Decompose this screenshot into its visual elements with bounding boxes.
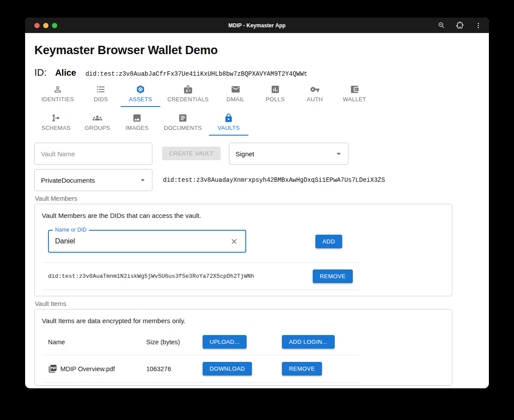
chevron-down-icon (334, 149, 344, 158)
vault-did: did:test:z3v8AuadayXnmrxpsyh42BMBxAwHgDx… (163, 177, 385, 184)
registry-select-value: Signet (236, 150, 255, 158)
tab-groups[interactable]: GROUPS (78, 110, 117, 136)
members-section: Vault Members are the DIDs that can acce… (34, 204, 452, 296)
items-table-header: Name Size (bytes) UPLOAD... ADD LOGIN... (42, 331, 359, 355)
key-icon (310, 85, 320, 94)
tab-credentials[interactable]: CREDENTIALS (160, 81, 216, 107)
size-column-header: Size (bytes) (146, 339, 203, 346)
asset-tabs: SCHEMAS GROUPS IMAGES (34, 110, 480, 136)
member-name-field-label: Name or DID (53, 227, 89, 233)
item-size: 1063276 (146, 365, 203, 372)
tab-documents[interactable]: DOCUMENTS (157, 110, 209, 136)
create-vault-button[interactable]: CREATE VAULT (162, 147, 221, 160)
download-button[interactable]: DOWNLOAD (203, 362, 252, 376)
tab-identities[interactable]: IDENTITIES (34, 81, 81, 107)
groups-icon (92, 113, 102, 123)
list-icon (96, 85, 106, 94)
desktop-background: MDIP - Keymaster App Keymaster Browser W… (0, 0, 514, 420)
current-identity-name: Alice (55, 68, 76, 78)
items-section-label: Vault Items (35, 300, 480, 307)
wallet-icon (350, 85, 359, 94)
clear-input-icon[interactable] (228, 235, 240, 247)
lock-icon (224, 113, 233, 123)
tab-images[interactable]: IMAGES (117, 110, 157, 136)
tab-label: DIDS (94, 96, 108, 103)
tab-label: IDENTITIES (41, 96, 74, 103)
schema-icon (51, 113, 61, 123)
item-row: MDIP Overview.pdf 1063276 DOWNLOAD REMOV… (42, 355, 359, 383)
tab-label: DMAIL (226, 96, 244, 103)
member-name-input[interactable] (55, 237, 228, 245)
badge-icon (183, 85, 193, 94)
remove-member-button[interactable]: REMOVE (313, 269, 353, 283)
person-icon (53, 85, 63, 94)
tab-label: IMAGES (126, 125, 148, 131)
members-description: Vault Members are the DIDs that can acce… (42, 212, 445, 219)
vault-create-row: CREATE VAULT Signet (34, 143, 480, 165)
main-tabs: IDENTITIES DIDS ASSETS (34, 81, 480, 107)
add-member-button[interactable]: ADD (315, 235, 342, 248)
vault-select[interactable]: PrivateDocuments (34, 169, 152, 191)
add-member-row: Name or DID ADD (48, 230, 445, 253)
member-row: did:test:z3v8AuaTmnm1N2iskWg5jWv5U6us3fS… (42, 262, 359, 290)
name-column-header: Name (42, 339, 146, 346)
token-icon (136, 85, 145, 94)
article-icon (178, 113, 188, 123)
extensions-icon[interactable] (456, 21, 464, 29)
minimize-window-button[interactable] (43, 23, 48, 28)
vault-select-row: PrivateDocuments did:test:z3v8AuadayXnmr… (34, 169, 480, 191)
app-window: MDIP - Keymaster App Keymaster Browser W… (25, 18, 489, 388)
tab-schemas[interactable]: SCHEMAS (34, 110, 78, 136)
upload-button[interactable]: UPLOAD... (203, 335, 247, 349)
item-name: MDIP Overview.pdf (60, 365, 115, 372)
tab-label: CREDENTIALS (167, 96, 209, 103)
items-description: Vault Items are data encrypted for membe… (42, 317, 445, 324)
current-identity-did: did:test:z3v8AuabJaCfrFx37Ue41iKxUHLb8bw… (85, 70, 307, 77)
vault-select-value: PrivateDocuments (41, 177, 95, 184)
mail-icon (231, 85, 240, 94)
tab-dmail[interactable]: DMAIL (216, 81, 255, 107)
poll-icon (270, 85, 280, 94)
chevron-down-icon (138, 175, 148, 185)
kebab-menu-icon[interactable] (475, 22, 482, 29)
zoom-out-icon[interactable] (438, 22, 445, 29)
image-icon (132, 113, 142, 123)
tab-label: POLLS (266, 96, 285, 103)
items-table: Name Size (bytes) UPLOAD... ADD LOGIN...… (42, 331, 359, 383)
tab-label: WALLET (343, 96, 366, 103)
remove-item-button[interactable]: REMOVE (282, 362, 322, 376)
tab-label: DOCUMENTS (164, 125, 202, 131)
window-title: MDIP - Keymaster App (25, 22, 489, 29)
tab-label: GROUPS (85, 125, 110, 131)
member-name-field: Name or DID (48, 230, 246, 253)
close-window-button[interactable] (34, 23, 40, 28)
page-title: Keymaster Browser Wallet Demo (34, 44, 480, 57)
pdf-icon (48, 364, 57, 373)
tab-label: AUTH (307, 96, 323, 103)
titlebar-actions (438, 21, 482, 29)
maximize-window-button[interactable] (52, 23, 57, 28)
registry-select[interactable]: Signet (229, 143, 348, 165)
id-label: ID: (34, 67, 47, 78)
traffic-lights (34, 23, 57, 28)
page-content: Keymaster Browser Wallet Demo ID: Alice … (25, 33, 489, 386)
tab-label: VAULTS (218, 125, 240, 131)
tab-wallet[interactable]: WALLET (335, 81, 374, 107)
add-login-button[interactable]: ADD LOGIN... (282, 335, 335, 349)
item-name-cell: MDIP Overview.pdf (42, 364, 146, 373)
window-titlebar: MDIP - Keymaster App (25, 18, 489, 33)
tab-polls[interactable]: POLLS (255, 81, 295, 107)
vault-name-input[interactable] (34, 143, 152, 165)
tab-dids[interactable]: DIDS (81, 81, 121, 107)
members-section-label: Vault Members (35, 195, 480, 202)
items-section: Vault Items are data encrypted for membe… (34, 309, 452, 386)
tab-label: SCHEMAS (41, 125, 70, 131)
tab-label: ASSETS (129, 96, 152, 103)
tab-vaults[interactable]: VAULTS (209, 110, 248, 136)
tab-assets[interactable]: ASSETS (121, 81, 160, 107)
current-identity-row: ID: Alice did:test:z3v8AuabJaCfrFx37Ue41… (34, 67, 480, 78)
member-did: did:test:z3v8AuaTmnm1N2iskWg5jWv5U6us3fS… (42, 273, 254, 280)
tab-auth[interactable]: AUTH (295, 81, 335, 107)
